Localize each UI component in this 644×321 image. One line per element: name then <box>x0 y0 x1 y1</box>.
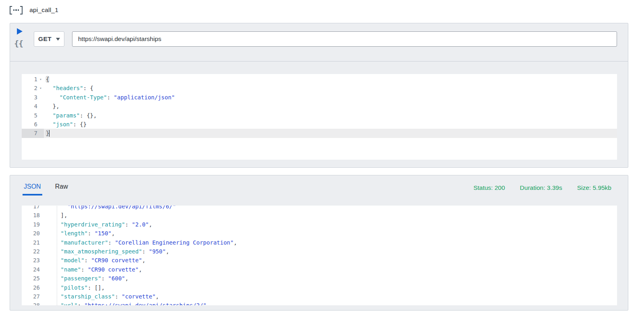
response-code-lines: 17 "https://swapi.dev/api/films/6/"18 ],… <box>22 206 617 305</box>
code-line: 17 "https://swapi.dev/api/films/6/" <box>22 206 617 211</box>
token-plain: : {} <box>73 121 87 128</box>
line-number: 27 <box>22 292 40 301</box>
token-key: "model" <box>61 257 85 263</box>
token-str: "corvette" <box>122 293 155 300</box>
response-meta: Status: 200 Duration: 3.39s Size: 5.95kb <box>473 175 611 206</box>
token-plain: : <box>88 230 95 237</box>
token-plain <box>40 230 61 237</box>
code-line: 18 ], <box>22 211 617 220</box>
token-plain: , <box>138 266 142 273</box>
request-panel: {{ GET 1▾{2▾ "headers": {3 "Content-Type… <box>10 23 628 168</box>
line-number: 23 <box>22 256 40 265</box>
token-plain <box>40 284 61 291</box>
request-editor[interactable]: 1▾{2▾ "headers": {3 "Content-Type": "app… <box>22 74 617 160</box>
method-dropdown[interactable]: GET <box>34 31 64 47</box>
cell-title: api_call_1 <box>29 6 58 14</box>
code-text: "passengers": "600", <box>40 274 128 283</box>
token-plain: }, <box>46 103 60 109</box>
code-text: "name": "CR90 corvette", <box>40 265 142 274</box>
code-line: 20 "length": "150", <box>22 229 617 238</box>
line-number: 17 <box>22 206 40 211</box>
code-line: 23 "model": "CR90 corvette", <box>22 256 617 265</box>
fold-gutter <box>37 93 44 102</box>
bracket-right <box>20 6 23 14</box>
token-plain: : {}, <box>80 112 97 119</box>
code-line: 7} <box>22 129 617 138</box>
code-text: "params": {}, <box>46 111 97 120</box>
line-number: 26 <box>22 283 40 292</box>
cell-header: api_call_1 <box>10 5 58 15</box>
token-plain <box>46 121 53 128</box>
token-str: "150" <box>95 230 111 237</box>
token-key: "manufacturer" <box>61 239 108 246</box>
code-text: "url": "https://swapi.dev/api/starships/… <box>40 301 206 305</box>
token-str: "2.0" <box>132 221 149 228</box>
run-request-button[interactable] <box>17 28 23 35</box>
token-plain: : <box>101 275 108 282</box>
token-key: "params" <box>53 112 80 119</box>
token-plain <box>40 266 61 273</box>
request-toolbar: {{ GET <box>10 23 628 62</box>
code-line: 22 "max_atmosphering_speed": "950", <box>22 247 617 256</box>
response-viewer[interactable]: 17 "https://swapi.dev/api/films/6/"18 ],… <box>22 206 617 305</box>
token-str: "600" <box>108 275 125 282</box>
token-plain <box>46 112 53 119</box>
tab-json[interactable]: JSON <box>23 183 42 195</box>
token-plain <box>40 275 61 282</box>
token-str: "CR90 corvette" <box>88 266 138 273</box>
chevron-down-icon <box>56 38 60 41</box>
token-plain: , <box>125 275 128 282</box>
line-number: 5 <box>22 111 37 120</box>
code-text: "json": {} <box>46 120 87 129</box>
line-number: 6 <box>22 120 37 129</box>
token-plain <box>40 248 61 255</box>
code-line: 25 "passengers": "600", <box>22 274 617 283</box>
token-key: "Content-Type" <box>60 94 107 101</box>
code-line: 26 "pilots": [], <box>22 283 617 292</box>
code-line: 2▾ "headers": { <box>22 84 617 93</box>
line-number: 28 <box>22 301 40 305</box>
page: { "header": { "title": "api_call_1", "ic… <box>0 0 644 321</box>
code-text: "Content-Type": "application/json" <box>46 93 175 102</box>
token-plain <box>46 85 53 91</box>
dots <box>13 9 19 10</box>
variables-icon[interactable]: {{ <box>14 39 23 48</box>
line-number: 18 <box>22 211 40 220</box>
token-key: "headers" <box>53 85 83 91</box>
token-plain <box>40 257 61 263</box>
matched-bracket: } <box>46 130 49 136</box>
fold-gutter <box>37 129 44 138</box>
method-label: GET <box>38 35 52 43</box>
code-line: 27 "starship_class": "corvette", <box>22 292 617 301</box>
code-text: "model": "CR90 corvette", <box>40 256 145 265</box>
code-line: 3 "Content-Type": "application/json" <box>22 93 617 102</box>
code-line: 28 "url": "https://swapi.dev/api/starshi… <box>22 301 617 305</box>
token-key: "max_atmosphering_speed" <box>61 248 142 255</box>
code-text: }, <box>46 102 60 111</box>
tab-raw[interactable]: Raw <box>54 183 69 195</box>
line-number: 1 <box>22 75 37 84</box>
fold-arrow-icon[interactable]: ▾ <box>37 84 44 93</box>
code-text: "pilots": [], <box>40 283 105 292</box>
code-line: 21 "manufacturer": "Corellian Engineerin… <box>22 238 617 247</box>
token-plain <box>40 206 67 210</box>
line-number: 24 <box>22 265 40 274</box>
code-line: 6 "json": {} <box>22 120 617 129</box>
size-badge: Size: 5.95kb <box>577 184 611 206</box>
token-plain <box>40 239 61 246</box>
token-plain: : <box>85 257 91 263</box>
line-number: 21 <box>22 238 40 247</box>
code-text: ], <box>40 211 67 220</box>
token-str: "https://swapi.dev/api/films/6/" <box>67 206 176 210</box>
line-number: 25 <box>22 274 40 283</box>
token-str: "https://swapi.dev/api/starships/2/" <box>85 302 206 305</box>
token-key: "starship_class" <box>61 293 115 300</box>
fold-arrow-icon[interactable]: ▾ <box>37 75 44 84</box>
url-input[interactable] <box>72 31 617 47</box>
token-plain <box>40 221 61 228</box>
fold-gutter <box>37 120 44 129</box>
code-text: "length": "150", <box>40 229 115 238</box>
token-str: "CR90 corvette" <box>91 257 142 263</box>
code-line: 4 }, <box>22 102 617 111</box>
code-line: 5 "params": {}, <box>22 111 617 120</box>
